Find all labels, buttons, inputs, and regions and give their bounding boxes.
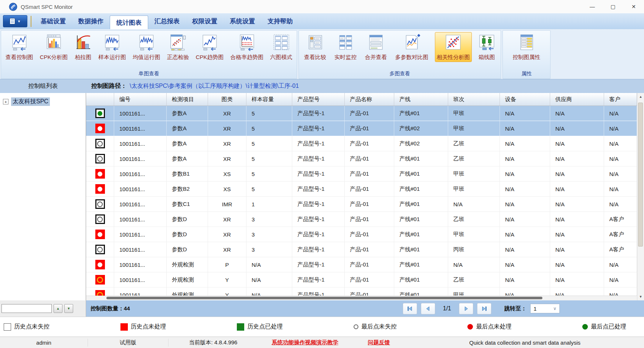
table-cell[interactable]: 参数C1	[167, 197, 208, 212]
table-cell[interactable]: 5	[246, 106, 292, 121]
table-cell[interactable]: N/A	[550, 166, 604, 182]
ribbon-btn-multi-param-compare[interactable]: 多参数对比图	[393, 32, 430, 62]
table-cell[interactable]: 5	[246, 121, 292, 136]
table-cell[interactable]: N/A	[246, 287, 292, 296]
table-cell[interactable]: 产品-01	[345, 227, 394, 242]
cell-status[interactable]	[86, 212, 114, 227]
table-cell[interactable]: IMR	[208, 197, 246, 212]
table-cell[interactable]: XR	[208, 242, 246, 257]
table-cell[interactable]: 产线#01	[394, 227, 448, 242]
ribbon-btn-pareto[interactable]: 柏拉图	[72, 32, 93, 62]
table-cell[interactable]: 甲班	[448, 182, 500, 197]
table-cell[interactable]: 产品-01	[345, 136, 394, 151]
cell-status[interactable]	[86, 227, 114, 242]
table-header-cell[interactable]: 检测项目	[167, 93, 208, 106]
table-cell[interactable]: 产线#01	[394, 197, 448, 212]
table-cell[interactable]: 产线#01	[394, 212, 448, 227]
table-cell[interactable]: 1001161...	[114, 287, 167, 296]
table-cell[interactable]: XS	[208, 166, 246, 182]
feedback-link[interactable]: 问题反馈	[368, 339, 390, 346]
table-cell[interactable]: 产品型号-1	[292, 197, 345, 212]
table-cell[interactable]: 产品型号-1	[292, 287, 345, 296]
table-cell[interactable]: Y	[208, 287, 246, 296]
table-cell[interactable]: N/A	[550, 287, 604, 296]
cell-status[interactable]	[86, 121, 114, 136]
cell-status[interactable]	[86, 197, 114, 212]
table-cell[interactable]: N/A	[500, 227, 550, 242]
table-cell[interactable]: N/A	[500, 212, 550, 227]
table-cell[interactable]: 3	[246, 242, 292, 257]
ribbon-btn-correlation-analysis[interactable]: 相关性分析图	[435, 32, 472, 62]
table-cell[interactable]: 产线#01	[394, 106, 448, 121]
table-cell[interactable]: N/A	[604, 182, 637, 197]
table-cell[interactable]: 产品型号-1	[292, 212, 345, 227]
table-cell[interactable]: 1001161...	[114, 121, 167, 136]
tutorial-link[interactable]: 系统功能操作视频演示教学	[272, 339, 338, 346]
table-cell[interactable]: 产品型号-1	[292, 272, 345, 287]
table-cell[interactable]: A客户	[604, 212, 637, 227]
table-cell[interactable]: 产品-01	[345, 151, 394, 166]
table-row[interactable]: 1001161...参数AXR5产品型号-1产品-01产线#01乙班N/AN/A…	[86, 151, 637, 166]
table-cell[interactable]: N/A	[550, 121, 604, 136]
table-header-cell[interactable]: 班次	[448, 93, 500, 106]
table-cell[interactable]: 产线#01	[394, 151, 448, 166]
table-cell[interactable]: 1001161...	[114, 257, 167, 272]
table-cell[interactable]: N/A	[500, 287, 550, 296]
cell-status[interactable]	[86, 151, 114, 166]
table-cell[interactable]: 产线#01	[394, 287, 448, 296]
vertical-scrollbar-thumb[interactable]	[638, 103, 643, 247]
table-cell[interactable]: N/A	[500, 166, 550, 182]
table-cell[interactable]: 1001161...	[114, 182, 167, 197]
table-cell[interactable]: 产品型号-1	[292, 257, 345, 272]
table-cell[interactable]: N/A	[604, 166, 637, 182]
table-cell[interactable]: 产品型号-1	[292, 136, 345, 151]
table-cell[interactable]: XR	[208, 227, 246, 242]
table-cell[interactable]: 1001161...	[114, 136, 167, 151]
menu-tab-1[interactable]: 数据操作	[72, 13, 110, 29]
table-cell[interactable]: XR	[208, 151, 246, 166]
table-cell[interactable]: 产线#02	[394, 136, 448, 151]
table-cell[interactable]: Y	[208, 272, 246, 287]
horizontal-scrollbar-thumb[interactable]	[106, 297, 542, 299]
table-cell[interactable]: N/A	[550, 106, 604, 121]
table-cell[interactable]: 甲班	[448, 287, 500, 296]
table-row[interactable]: 1001161...外观检测YN/A产品型号-1产品-01产线#01甲班N/AN…	[86, 287, 637, 296]
table-cell[interactable]: 外观检测	[167, 287, 208, 296]
tree-node-root[interactable]: + 太友科技SPC	[0, 93, 86, 106]
table-cell[interactable]: 1001161...	[114, 227, 167, 242]
table-header-cell[interactable]: 设备	[500, 93, 550, 106]
table-cell[interactable]: N/A	[500, 197, 550, 212]
table-row[interactable]: 1001161...参数C1IMR1产品型号-1产品-01产线#01N/AN/A…	[86, 197, 637, 212]
table-header-cell[interactable]: 样本容量	[246, 93, 292, 106]
ribbon-btn-six-chart-mode[interactable]: 六图模式	[268, 32, 294, 62]
table-cell[interactable]: N/A	[550, 212, 604, 227]
table-cell[interactable]: 参数A	[167, 106, 208, 121]
table-cell[interactable]: 产线#02	[394, 121, 448, 136]
cell-status[interactable]	[86, 136, 114, 151]
table-row[interactable]: 1001161...参数AXR5产品型号-1产品-01产线#02甲班N/AN/A…	[86, 121, 637, 136]
table-cell[interactable]: 产品-01	[345, 182, 394, 197]
table-cell[interactable]: 产线#01	[394, 257, 448, 272]
table-row[interactable]: 1001161...参数AXR5产品型号-1产品-01产线#01甲班N/AN/A…	[86, 106, 637, 121]
table-cell[interactable]: 5	[246, 166, 292, 182]
table-cell[interactable]: 3	[246, 227, 292, 242]
table-cell[interactable]: 甲班	[448, 121, 500, 136]
minimize-button[interactable]: —	[582, 0, 603, 13]
table-cell[interactable]: N/A	[604, 136, 637, 151]
table-cell[interactable]: 乙班	[448, 151, 500, 166]
table-cell[interactable]: N/A	[500, 136, 550, 151]
table-cell[interactable]: 外观检测	[167, 272, 208, 287]
table-cell[interactable]: A客户	[604, 227, 637, 242]
table-cell[interactable]: N/A	[550, 257, 604, 272]
last-page-button[interactable]	[477, 303, 491, 314]
table-cell[interactable]: A客户	[604, 242, 637, 257]
table-cell[interactable]: N/A	[500, 151, 550, 166]
table-cell[interactable]: N/A	[550, 227, 604, 242]
table-cell[interactable]: 产品-01	[345, 212, 394, 227]
table-cell[interactable]: 5	[246, 151, 292, 166]
table-cell[interactable]: 产品-01	[345, 197, 394, 212]
table-cell[interactable]: 产品型号-1	[292, 151, 345, 166]
table-cell[interactable]: 产品-01	[345, 272, 394, 287]
cell-status[interactable]	[86, 166, 114, 182]
table-cell[interactable]: 1001161...	[114, 151, 167, 166]
